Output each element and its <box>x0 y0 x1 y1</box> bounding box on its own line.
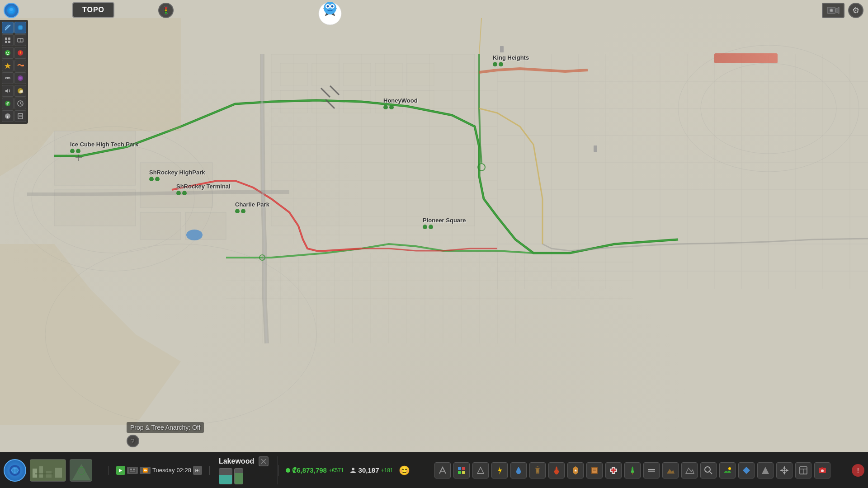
svg-marker-196 <box>786 469 788 472</box>
chirper-button[interactable] <box>4 3 19 18</box>
sidebar-btn-water[interactable] <box>14 22 26 33</box>
sidebar-btn-roads[interactable] <box>2 22 14 33</box>
sidebar-btn-finance[interactable]: ₡ <box>2 98 14 109</box>
svg-point-129 <box>19 77 22 80</box>
tool-terrain-level[interactable] <box>643 462 660 479</box>
tool-fire[interactable] <box>548 462 565 479</box>
sidebar-btn-time[interactable] <box>14 98 26 109</box>
happiness-indicator: 😊 <box>399 465 410 476</box>
svg-rect-166 <box>462 471 465 474</box>
svg-marker-190 <box>762 467 769 474</box>
tool-window[interactable] <box>795 462 811 479</box>
milestone-button[interactable] <box>259 456 269 466</box>
svg-rect-115 <box>5 41 7 43</box>
sidebar-btn-sound[interactable] <box>2 85 14 97</box>
svg-marker-193 <box>783 466 786 469</box>
svg-point-121 <box>8 52 9 53</box>
svg-point-120 <box>6 52 7 53</box>
settings-button[interactable]: ⚙ <box>848 3 863 18</box>
city-thumbnail-2[interactable] <box>70 459 92 482</box>
tool-info[interactable] <box>681 462 698 479</box>
tool-alarm[interactable] <box>814 462 830 479</box>
tool-terrain[interactable] <box>662 462 679 479</box>
tool-gray-triangle[interactable] <box>757 462 774 479</box>
tool-book[interactable] <box>586 462 603 479</box>
svg-point-103 <box>327 5 329 8</box>
sidebar-btn-fire[interactable] <box>14 47 26 59</box>
tool-police[interactable]: ★ <box>567 462 584 479</box>
map-viewport[interactable]: King Heights HoneyWood Ice Cube High Tec… <box>0 0 868 488</box>
svg-rect-157 <box>130 471 135 472</box>
balance-value: ₡6,873,798 <box>292 466 327 474</box>
bottom-tools-section: ★ <box>417 462 848 479</box>
sidebar-btn-zoning[interactable] <box>2 34 14 46</box>
sidebar-row-1 <box>2 22 26 33</box>
tool-blue-diamond[interactable] <box>738 462 755 479</box>
king-heights-bar <box>714 53 778 63</box>
bottom-notify[interactable]: ! <box>852 464 864 477</box>
tool-zones[interactable] <box>453 462 470 479</box>
sidebar-row-8: i <box>2 110 26 122</box>
time-section: ▶ ⏩ Tuesday 02:28 ⏭ <box>108 466 210 475</box>
tool-health[interactable] <box>605 462 622 479</box>
sidebar-btn-districts[interactable] <box>14 72 26 84</box>
city-view-button[interactable] <box>4 459 26 482</box>
tool-electricity[interactable] <box>491 462 508 479</box>
population-delta: +181 <box>381 467 393 474</box>
sidebar-btn-happiness[interactable] <box>2 47 14 59</box>
fast-forward-button[interactable]: ⏭ <box>193 466 202 475</box>
balance-item: ₡6,873,798 +€571 <box>286 466 344 474</box>
sidebar-btn-areas[interactable] <box>14 34 26 46</box>
svg-rect-151 <box>35 473 53 474</box>
tool-roads[interactable] <box>434 462 451 479</box>
svg-line-187 <box>710 472 712 474</box>
population-bar <box>219 468 269 484</box>
svg-rect-165 <box>458 471 461 474</box>
population-value: 30,187 <box>359 466 379 474</box>
topo-background <box>0 0 868 488</box>
tool-arrows[interactable] <box>776 462 793 479</box>
help-button[interactable]: ? <box>127 435 139 447</box>
time-value: 02:28 <box>176 467 191 474</box>
tool-garbage[interactable] <box>529 462 546 479</box>
finance-section: ₡6,873,798 +€571 30,187 +181 😊 <box>278 465 417 476</box>
city-thumbnail[interactable] <box>30 459 66 482</box>
sidebar-row-6: dB <box>2 85 26 97</box>
camera-button[interactable] <box>822 3 844 18</box>
svg-point-161 <box>352 468 354 470</box>
bottom-bar: ▶ ⏩ Tuesday 02:28 ⏭ Lakewood <box>0 452 868 488</box>
sidebar-btn-fishing[interactable] <box>14 60 26 71</box>
svg-marker-195 <box>780 469 783 472</box>
svg-point-96 <box>165 9 167 12</box>
svg-rect-182 <box>632 473 633 474</box>
tool-search[interactable] <box>700 462 717 479</box>
sidebar-btn-traffic[interactable] <box>2 72 14 84</box>
sidebar-row-2 <box>2 34 26 46</box>
time-indicator-2[interactable]: ⏩ <box>140 467 151 474</box>
population-item: 30,187 +181 <box>349 466 393 474</box>
svg-rect-139 <box>18 113 23 119</box>
svg-point-97 <box>165 12 167 14</box>
svg-rect-156 <box>133 469 135 470</box>
svg-marker-123 <box>5 63 11 69</box>
tool-water[interactable] <box>510 462 527 479</box>
play-button[interactable]: ▶ <box>116 466 125 475</box>
svg-point-104 <box>331 5 334 8</box>
time-indicator-1[interactable] <box>127 467 138 474</box>
svg-point-95 <box>165 7 167 9</box>
svg-rect-155 <box>130 469 132 470</box>
tool-parks[interactable] <box>624 462 641 479</box>
sidebar-btn-info[interactable]: i <box>2 110 14 122</box>
svg-marker-189 <box>743 467 750 474</box>
svg-rect-183 <box>648 469 655 470</box>
traffic-light-button[interactable] <box>158 3 174 18</box>
bottom-left-section <box>0 459 108 482</box>
svg-point-124 <box>22 65 24 66</box>
sidebar-btn-landmarks[interactable] <box>2 60 14 71</box>
tool-landscape[interactable] <box>719 462 736 479</box>
topo-button[interactable]: TOPO <box>72 2 114 18</box>
svg-text:dB: dB <box>19 89 24 94</box>
tool-district[interactable] <box>472 462 489 479</box>
sidebar-btn-policies[interactable] <box>14 110 26 122</box>
sidebar-btn-noise[interactable]: dB <box>14 85 26 97</box>
